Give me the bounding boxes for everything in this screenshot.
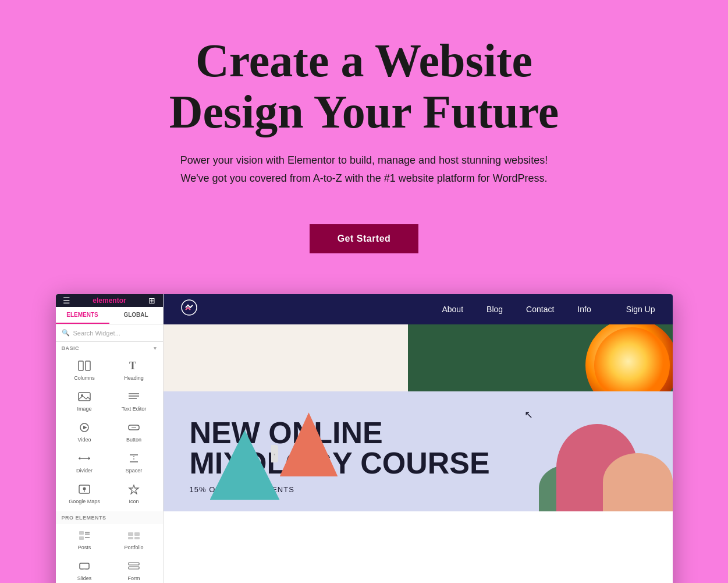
widget-text-editor-label: Text Editor — [122, 406, 147, 412]
widget-divider-label: Divider — [76, 468, 93, 474]
google-maps-icon — [78, 484, 91, 496]
svg-rect-1 — [86, 361, 90, 370]
svg-point-19 — [83, 487, 86, 490]
menu-icon[interactable]: ☰ — [63, 296, 70, 306]
pro-widgets-grid: Posts Portfolio Slides — [56, 524, 163, 583]
svg-rect-34 — [129, 567, 139, 569]
svg-rect-27 — [128, 532, 133, 536]
hero-section: Create a Website Design Your Future Powe… — [0, 0, 728, 277]
widget-button[interactable]: Button — [110, 416, 158, 446]
svg-rect-31 — [80, 563, 89, 569]
widget-spacer-label: Spacer — [126, 468, 143, 474]
widget-form[interactable]: Form — [110, 555, 158, 583]
widget-columns[interactable]: Columns — [61, 355, 109, 384]
widget-columns-label: Columns — [74, 375, 95, 381]
site-hero-right — [408, 324, 673, 391]
form-icon — [127, 561, 140, 573]
shape-peach-blob — [603, 453, 673, 511]
widget-google-maps[interactable]: Google Maps — [61, 478, 109, 508]
spacer-icon — [127, 453, 140, 465]
widget-heading-label: Heading — [124, 375, 144, 381]
columns-icon — [78, 361, 91, 373]
widget-google-maps-label: Google Maps — [69, 499, 100, 504]
svg-marker-13 — [79, 457, 80, 460]
widget-portfolio-label: Portfolio — [124, 545, 143, 550]
svg-marker-14 — [88, 457, 90, 460]
widget-button-label: Button — [126, 437, 141, 443]
site-nav-links: About Blog Contact Info — [442, 305, 591, 314]
nav-link-info[interactable]: Info — [577, 305, 591, 314]
tab-elements[interactable]: ELEMENTS — [56, 307, 109, 324]
svg-rect-0 — [79, 361, 83, 370]
widget-video[interactable]: Video — [61, 416, 109, 446]
elementor-sidebar: ☰ elementor ⊞ ELEMENTS GLOBAL 🔍 Search W… — [56, 294, 164, 583]
divider-icon — [78, 453, 91, 465]
basic-widgets-grid: Columns T Heading Image — [56, 355, 163, 511]
widget-image-label: Image — [77, 406, 91, 412]
chevron-down-icon: ▾ — [154, 345, 157, 351]
widget-icon[interactable]: Icon — [110, 478, 158, 508]
svg-rect-33 — [129, 563, 139, 565]
editor-preview: ☰ elementor ⊞ ELEMENTS GLOBAL 🔍 Search W… — [56, 294, 673, 583]
slides-icon — [78, 561, 91, 573]
widget-text-editor[interactable]: Text Editor — [110, 386, 158, 415]
site-hero-section — [164, 324, 673, 391]
button-icon — [127, 422, 140, 434]
svg-marker-9 — [83, 426, 87, 429]
svg-rect-22 — [79, 531, 84, 535]
site-navbar: About Blog Contact Info Sign Up — [164, 294, 673, 324]
site-content: NEW ONLINE MIXOLOGY COURSE 15% OFF FOR S… — [164, 324, 673, 583]
text-editor-icon — [127, 391, 140, 404]
grid-icon[interactable]: ⊞ — [148, 296, 155, 306]
widget-posts[interactable]: Posts — [61, 524, 109, 554]
svg-rect-28 — [134, 532, 140, 536]
hero-subtitle: Power your vision with Elementor to buil… — [12, 151, 716, 187]
posts-icon — [78, 530, 91, 542]
widget-divider[interactable]: Divider — [61, 447, 109, 477]
svg-rect-30 — [134, 537, 140, 539]
sidebar-collapse-handle[interactable]: ‹ — [271, 445, 278, 462]
search-placeholder-text[interactable]: Search Widget... — [73, 330, 120, 337]
elementor-logo: elementor — [93, 296, 126, 305]
svg-point-32 — [83, 569, 86, 570]
nav-link-contact[interactable]: Contact — [526, 305, 554, 314]
portfolio-icon — [127, 530, 140, 542]
basic-section-label: BASIC ▾ — [56, 342, 163, 355]
widget-icon-label: Icon — [129, 499, 139, 504]
widget-form-label: Form — [128, 575, 140, 581]
widget-search: 🔍 Search Widget... — [56, 324, 163, 342]
widget-heading[interactable]: T Heading — [110, 355, 158, 384]
svg-rect-29 — [128, 537, 133, 539]
site-hero-left — [164, 324, 408, 391]
elementor-topbar: ☰ elementor ⊞ — [56, 294, 163, 307]
nav-link-about[interactable]: About — [442, 305, 463, 314]
svg-rect-3 — [79, 393, 90, 401]
cursor-icon: ↖ — [524, 408, 533, 421]
svg-text:T: T — [129, 361, 136, 371]
widget-spacer[interactable]: Spacer — [110, 447, 158, 477]
icon-widget-icon — [127, 484, 140, 496]
site-logo-icon — [181, 299, 197, 319]
video-icon — [78, 422, 91, 434]
site-signup-button[interactable]: Sign Up — [626, 305, 655, 314]
widget-posts-label: Posts — [78, 545, 91, 550]
hero-title-line2: Design Your Future — [12, 86, 716, 137]
pro-section-label: PRO ELEMENTS — [56, 511, 163, 524]
site-course-section: NEW ONLINE MIXOLOGY COURSE 15% OFF FOR S… — [164, 391, 673, 511]
svg-marker-21 — [129, 485, 139, 494]
sidebar-tabs: ELEMENTS GLOBAL — [56, 307, 163, 324]
tab-global[interactable]: GLOBAL — [109, 307, 163, 324]
nav-link-blog[interactable]: Blog — [486, 305, 503, 314]
get-started-button[interactable]: Get Started — [310, 224, 419, 253]
search-icon: 🔍 — [62, 329, 70, 337]
widget-slides[interactable]: Slides — [61, 555, 109, 583]
orange-slice-image — [585, 324, 673, 391]
widget-portfolio[interactable]: Portfolio — [110, 524, 158, 554]
svg-point-39 — [182, 300, 197, 315]
widget-video-label: Video — [78, 437, 91, 443]
svg-rect-25 — [79, 536, 84, 540]
image-icon — [78, 391, 91, 404]
heading-icon: T — [127, 361, 140, 373]
website-preview: ‹ About Blog Contact Info Sign Up — [164, 294, 673, 583]
widget-image[interactable]: Image — [61, 386, 109, 415]
